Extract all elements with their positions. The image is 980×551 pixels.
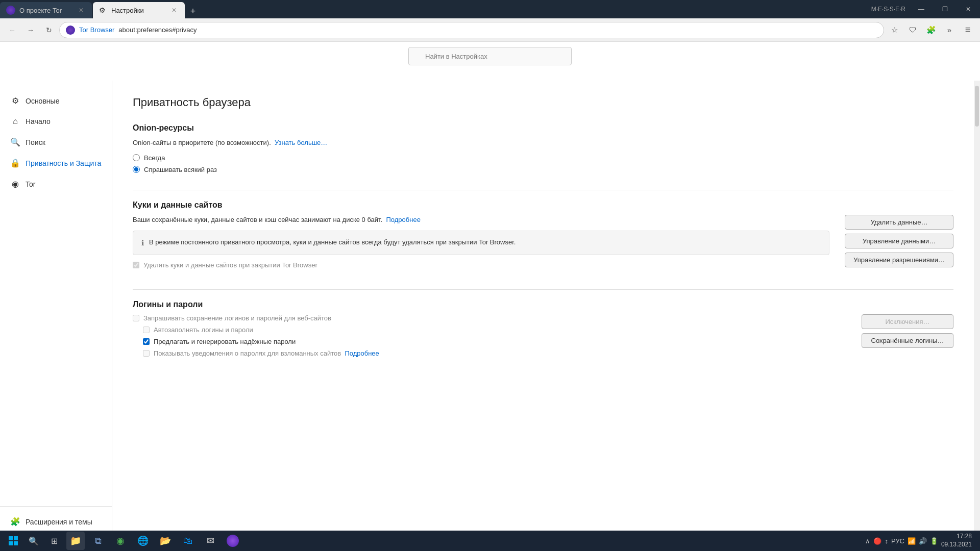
navbar: ← → ↻ Tor Browser about:preferences#priv… [0, 18, 980, 42]
files-icon: 📁 [70, 535, 81, 546]
cookies-info-text: В режиме постоянного приватного просмотр… [149, 237, 516, 247]
new-tab-button[interactable]: + [186, 4, 200, 18]
cookies-delete-checkbox[interactable] [133, 262, 139, 268]
tor-tab-icon [6, 6, 15, 15]
maximize-button[interactable]: ❐ [933, 0, 957, 18]
divider-1 [133, 190, 953, 190]
logins-more-link[interactable]: Подробнее [345, 349, 379, 357]
logins-autofill-option[interactable]: Автозаполнять логины и пароли [143, 326, 846, 334]
onion-always-option[interactable]: Всегда [133, 154, 953, 162]
taskbar-folder-button[interactable]: 📂 [156, 532, 175, 550]
minimize-button[interactable]: — [910, 0, 933, 18]
sidebar-item-poisk[interactable]: 🔍 Поиск [0, 132, 112, 152]
onion-ask-option[interactable]: Спрашивать всякий раз [133, 166, 953, 173]
logins-autofill-label: Автозаполнять логины и пароли [154, 326, 253, 334]
cookies-more-link[interactable]: Подробнее [386, 216, 420, 223]
clock-date: 09.13.2021 [941, 541, 972, 549]
tray-icon-2[interactable]: ↕ [885, 537, 888, 545]
logins-suggest-option[interactable]: Предлагать и генерировать надёжные парол… [143, 338, 846, 345]
sidebar-item-privacy[interactable]: 🔒 Приватность и Защита [0, 153, 112, 173]
tab-about-tor[interactable]: О проекте Tor ✕ [0, 2, 92, 18]
onion-section-title: Onion-ресурсы [133, 123, 953, 133]
logins-layout: Запрашивать сохранение логинов и паролей… [133, 314, 953, 361]
logins-autofill-checkbox[interactable] [143, 327, 150, 333]
cookies-info-box: ℹ В режиме постоянного приватного просмо… [133, 231, 829, 255]
content-area: Приватность браузера Onion-ресурсы Onion… [112, 81, 974, 551]
onion-always-label: Всегда [144, 154, 165, 162]
onion-always-radio[interactable] [133, 154, 140, 161]
logins-notify-checkbox[interactable] [143, 350, 150, 357]
taskbar-widgets-button[interactable]: ⊞ [45, 532, 63, 550]
address-bar[interactable]: Tor Browser about:preferences#privacy [59, 22, 884, 38]
logins-notify-option[interactable]: Показывать уведомления о паролях для взл… [143, 349, 846, 357]
tabs-area: О проекте Tor ✕ ⚙ Настройки ✕ + [0, 0, 867, 18]
tor-icon: ◉ [10, 179, 20, 189]
manage-data-button[interactable]: Управление данными… [845, 234, 953, 248]
logins-ask-label: Запрашивать сохранение логинов и паролей… [143, 314, 331, 322]
lang-label[interactable]: РУС [891, 537, 904, 545]
saved-logins-button[interactable]: Сохранённые логины… [862, 333, 953, 348]
tray-time[interactable]: 17:28 09.13.2021 [941, 533, 972, 548]
folder-icon: 📂 [160, 535, 171, 546]
main-layout: ⚙ Основные ⌂ Начало 🔍 Поиск 🔒 Приватност… [0, 81, 980, 551]
search-bar-wrap [0, 42, 980, 70]
taskbar-mail-button[interactable]: ✉ [201, 532, 219, 550]
cookies-delete-checkbox-option[interactable]: Удалять куки и данные сайтов при закрыти… [133, 261, 829, 269]
sidebar-item-osnovy[interactable]: ⚙ Основные [0, 91, 112, 111]
tray-icon-1[interactable]: 🔴 [873, 537, 881, 545]
scrollbar-thumb[interactable] [975, 86, 979, 127]
logins-ask-checkbox[interactable] [133, 315, 139, 321]
exceptions-button[interactable]: Исключения… [862, 314, 953, 329]
forward-button[interactable]: → [22, 22, 39, 38]
tab-about-tor-close[interactable]: ✕ [77, 6, 86, 15]
onion-desc-text: Onion-сайты в приоритете (по возможности… [133, 139, 271, 146]
sidebar-item-tor[interactable]: ◉ Tor [0, 174, 112, 194]
close-button[interactable]: ✕ [957, 0, 980, 18]
onion-section-desc: Onion-сайты в приоритете (по возможности… [133, 138, 953, 148]
volume-icon[interactable]: 🔊 [919, 537, 927, 545]
extensions-icon: 🧩 [10, 517, 20, 527]
refresh-button[interactable]: ↻ [41, 22, 57, 38]
taskbar-multiwindow-button[interactable]: ⧉ [89, 532, 107, 550]
cookies-section-title: Куки и данные сайтов [133, 201, 953, 210]
battery-icon[interactable]: 🔋 [930, 537, 938, 545]
sidebar-item-nachalo[interactable]: ⌂ Начало [0, 112, 112, 131]
onion-learn-more-link[interactable]: Узнать больше… [275, 139, 327, 146]
tab-settings-close[interactable]: ✕ [169, 6, 179, 15]
svg-rect-2 [9, 541, 13, 545]
more-button[interactable]: » [941, 22, 958, 38]
sidebar-item-nachalo-label: Начало [26, 117, 51, 126]
scrollbar-track[interactable] [974, 81, 980, 551]
logins-ask-checkbox-option[interactable]: Запрашивать сохранение логинов и паролей… [133, 314, 846, 322]
taskbar-tor-app-button[interactable] [224, 532, 242, 550]
clock-time: 17:28 [941, 533, 972, 541]
sidebar-item-extensions-label: Расширения и темы [26, 518, 92, 526]
lock-icon: 🔒 [10, 158, 20, 168]
sidebar-item-extensions[interactable]: 🧩 Расширения и темы [0, 512, 112, 532]
extensions-button[interactable]: 🧩 [923, 22, 939, 38]
tab-settings[interactable]: ⚙ Настройки ✕ [93, 2, 185, 18]
logins-suggest-checkbox[interactable] [143, 338, 150, 345]
taskbar-files-button[interactable]: 📁 [66, 532, 85, 550]
taskbar-green-app-button[interactable]: ◉ [111, 532, 130, 550]
settings-search-input[interactable] [408, 47, 572, 65]
home-icon: ⌂ [10, 117, 20, 126]
navbar-right: ☆ 🛡 🧩 » ≡ [886, 22, 976, 38]
logins-right: Исключения… Сохранённые логины… [862, 314, 953, 348]
cookies-section: Куки и данные сайтов Ваши сохранённые ку… [133, 201, 953, 273]
tray-expand-icon[interactable]: ∧ [865, 537, 870, 545]
delete-data-button[interactable]: Удалить данные… [845, 215, 953, 230]
wifi-icon[interactable]: 📶 [908, 537, 916, 545]
menu-button[interactable]: ≡ [960, 22, 976, 38]
bookmark-button[interactable]: ☆ [886, 22, 902, 38]
onion-ask-radio[interactable] [133, 166, 140, 173]
back-button[interactable]: ← [4, 22, 20, 38]
taskbar-store-button[interactable]: 🛍 [179, 532, 197, 550]
cookies-layout: Ваши сохранённые куки, данные сайтов и к… [133, 215, 953, 273]
tor-browser-label: Tor Browser [79, 26, 114, 34]
start-button[interactable] [4, 532, 22, 550]
shield-button[interactable]: 🛡 [904, 22, 921, 38]
manage-perms-button[interactable]: Управление разрешениями… [845, 253, 953, 267]
taskbar-search-button[interactable]: 🔍 [24, 532, 43, 550]
taskbar-edge-button[interactable]: 🌐 [134, 532, 152, 550]
